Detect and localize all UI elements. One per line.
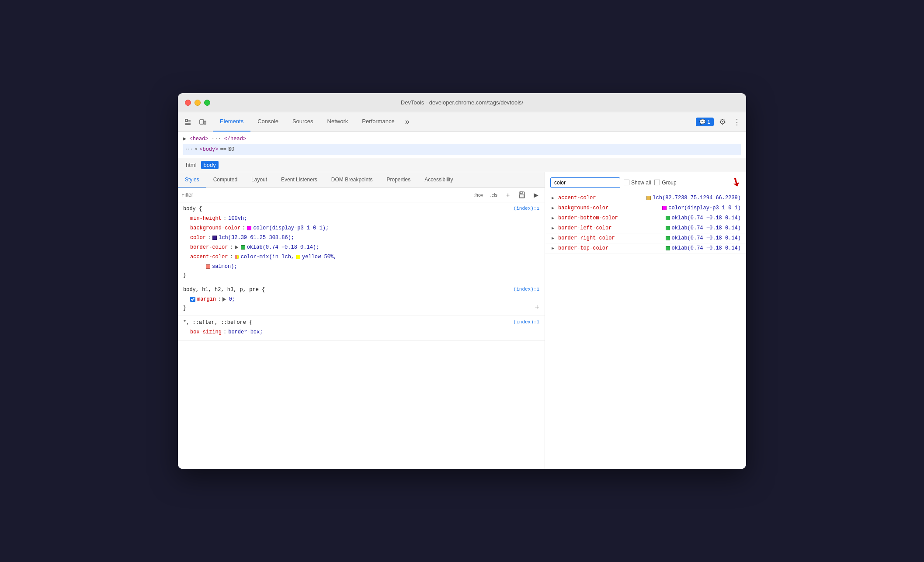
tab-performance[interactable]: Performance bbox=[355, 112, 401, 132]
css-rule-closing-2: } bbox=[183, 304, 539, 312]
computed-item-accent-color[interactable]: ▶ accent-color lch(82.7238 75.1294 66.22… bbox=[545, 193, 746, 203]
dom-head-line: ▶ <head> ··· </head> bbox=[183, 134, 741, 144]
color-swatch[interactable] bbox=[212, 236, 217, 240]
css-selector: body { bbox=[183, 206, 202, 212]
border-bottom-color-swatch[interactable] bbox=[666, 216, 670, 220]
traffic-lights bbox=[185, 100, 210, 106]
devtools-window: DevTools - developer.chrome.com/tags/dev… bbox=[178, 93, 746, 469]
tab-console[interactable]: Console bbox=[250, 112, 285, 132]
play-style-button[interactable]: ▶ bbox=[531, 190, 541, 200]
svg-rect-5 bbox=[200, 120, 204, 124]
yellow-swatch[interactable] bbox=[296, 255, 300, 259]
breadcrumb-html[interactable]: html bbox=[183, 161, 199, 169]
more-options-button[interactable]: ⋮ bbox=[731, 115, 743, 128]
css-property-box-sizing: box-sizing : border-box; bbox=[183, 327, 539, 337]
border-right-color-swatch[interactable] bbox=[666, 236, 670, 240]
css-selector-2: body, h1, h2, h3, p, pre { bbox=[183, 287, 265, 293]
add-style-button[interactable]: + bbox=[503, 190, 513, 200]
css-file-link[interactable]: (index):1 bbox=[514, 206, 539, 211]
css-rule-header: body { (index):1 bbox=[183, 206, 539, 212]
margin-checkbox[interactable] bbox=[190, 297, 195, 302]
computed-item-border-left-color[interactable]: ▶ border-left-color oklab(0.74 −0.18 0.1… bbox=[545, 223, 746, 233]
css-selector-3: *, ::after, ::before { bbox=[183, 319, 252, 326]
window-title: DevTools - developer.chrome.com/tags/dev… bbox=[401, 99, 523, 106]
accent-color-computed-swatch[interactable] bbox=[646, 196, 651, 200]
group-label[interactable]: Group bbox=[654, 180, 676, 186]
dom-area: ▶ <head> ··· </head> ··· ▾ <body> == $0 bbox=[178, 132, 746, 158]
border-left-color-swatch[interactable] bbox=[666, 226, 670, 230]
expand-border-right-color[interactable]: ▶ bbox=[550, 236, 556, 241]
border-color-expand[interactable] bbox=[235, 245, 238, 250]
tab-computed[interactable]: Computed bbox=[206, 172, 244, 188]
computed-item-background-color[interactable]: ▶ background-color color(display-p3 1 0 … bbox=[545, 203, 746, 213]
tab-layout[interactable]: Layout bbox=[244, 172, 274, 188]
css-property-margin: margin : 0; bbox=[183, 295, 539, 304]
inspect-element-button[interactable] bbox=[181, 115, 195, 128]
close-button[interactable] bbox=[185, 100, 191, 106]
computed-item-border-right-color[interactable]: ▶ border-right-color oklab(0.74 −0.18 0.… bbox=[545, 233, 746, 243]
computed-search-input[interactable] bbox=[550, 177, 620, 188]
settings-button[interactable]: ⚙ bbox=[717, 115, 728, 128]
save-style-button[interactable] bbox=[517, 190, 527, 200]
tab-sources[interactable]: Sources bbox=[285, 112, 320, 132]
filter-input[interactable] bbox=[181, 192, 469, 198]
tab-properties[interactable]: Properties bbox=[380, 172, 418, 188]
annotation-arrow-computed: ➘ bbox=[729, 174, 744, 191]
tab-event-listeners[interactable]: Event Listeners bbox=[274, 172, 324, 188]
background-color-swatch[interactable] bbox=[247, 226, 251, 230]
salmon-swatch[interactable] bbox=[206, 264, 210, 269]
computed-search-bar: Show all Group ➘ bbox=[545, 172, 746, 193]
maximize-button[interactable] bbox=[204, 100, 210, 106]
css-property-accent-color-2: salmon); bbox=[183, 262, 539, 271]
border-color-swatch[interactable] bbox=[241, 245, 245, 250]
computed-item-border-top-color[interactable]: ▶ border-top-color oklab(0.74 −0.18 0.14… bbox=[545, 243, 746, 253]
show-all-label[interactable]: Show all bbox=[624, 180, 651, 186]
css-rule-body-headings: body, h1, h2, h3, p, pre { (index):1 mar… bbox=[178, 283, 545, 316]
dom-body-line[interactable]: ··· ▾ <body> == $0 bbox=[183, 144, 741, 155]
filter-bar: :hov .cls + ▶ bbox=[178, 188, 545, 202]
css-rule-body: body { (index):1 min-height : 100vh; bac… bbox=[178, 202, 545, 283]
accent-color-swatch[interactable] bbox=[235, 255, 239, 259]
css-file-link-2[interactable]: (index):1 bbox=[514, 287, 539, 292]
breadcrumb-body[interactable]: body bbox=[201, 161, 219, 169]
main-content: Styles Computed Layout Event Listeners D… bbox=[178, 172, 746, 469]
style-tabs: Styles Computed Layout Event Listeners D… bbox=[178, 172, 545, 188]
annotation-area: ➘ bbox=[731, 176, 741, 189]
tab-accessibility[interactable]: Accessibility bbox=[417, 172, 460, 188]
more-tabs-button[interactable]: » bbox=[402, 117, 413, 126]
breadcrumb: html body bbox=[178, 158, 746, 172]
tab-dom-breakpoints[interactable]: DOM Breakpoints bbox=[324, 172, 380, 188]
css-rule-universal: *, ::after, ::before { (index):1 box-siz… bbox=[178, 316, 545, 341]
tab-elements[interactable]: Elements bbox=[213, 112, 250, 132]
cls-button[interactable]: .cls bbox=[489, 191, 500, 198]
margin-expand[interactable] bbox=[222, 297, 226, 302]
chat-badge[interactable]: 💬 1 bbox=[696, 118, 714, 126]
computed-item-border-bottom-color[interactable]: ▶ border-bottom-color oklab(0.74 −0.18 0… bbox=[545, 213, 746, 223]
expand-border-left-color[interactable]: ▶ bbox=[550, 225, 556, 231]
hov-button[interactable]: :hov bbox=[472, 191, 485, 198]
minimize-button[interactable] bbox=[195, 100, 201, 106]
background-color-computed-swatch[interactable] bbox=[662, 206, 667, 210]
show-all-checkbox[interactable] bbox=[624, 180, 629, 185]
css-property-accent-color: accent-color : color-mix(in lch, yellow … bbox=[183, 252, 539, 262]
left-panel: Styles Computed Layout Event Listeners D… bbox=[178, 172, 545, 469]
css-property-min-height: min-height : 100vh; bbox=[183, 214, 539, 223]
toolbar-right: 💬 1 ⚙ ⋮ bbox=[696, 115, 743, 128]
add-property-button[interactable]: + bbox=[535, 303, 539, 312]
expand-background-color[interactable]: ▶ bbox=[550, 205, 556, 211]
tab-network[interactable]: Network bbox=[320, 112, 355, 132]
device-toggle-button[interactable] bbox=[196, 115, 209, 128]
group-checkbox[interactable] bbox=[654, 180, 660, 185]
tab-styles[interactable]: Styles bbox=[178, 172, 206, 188]
css-rule-closing-1: } bbox=[183, 271, 539, 279]
expand-border-bottom-color[interactable]: ▶ bbox=[550, 215, 556, 221]
expand-border-top-color[interactable]: ▶ bbox=[550, 246, 556, 251]
css-rule-header-2: body, h1, h2, h3, p, pre { (index):1 bbox=[183, 287, 539, 293]
right-panel: Show all Group ➘ ▶ ac bbox=[545, 172, 746, 469]
css-property-border-color: border-color : oklab(0.74 −0.18 0.14); ➘ bbox=[183, 243, 539, 252]
border-top-color-swatch[interactable] bbox=[666, 246, 670, 250]
css-property-background-color: background-color : color(display-p3 1 0 … bbox=[183, 223, 539, 233]
expand-accent-color[interactable]: ▶ bbox=[550, 195, 556, 201]
computed-list: ▶ accent-color lch(82.7238 75.1294 66.22… bbox=[545, 193, 746, 469]
css-file-link-3[interactable]: (index):1 bbox=[514, 319, 539, 325]
